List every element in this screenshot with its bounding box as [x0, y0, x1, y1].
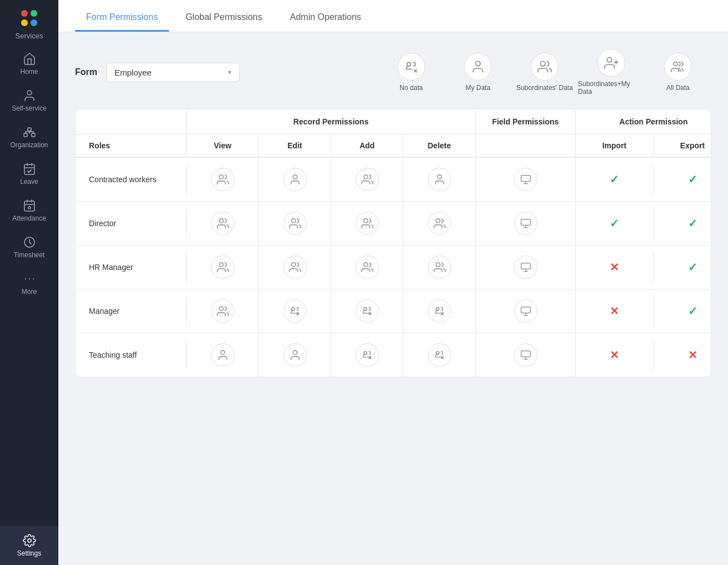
- monitor-icon-circle: [514, 168, 537, 191]
- monitor-icon: [520, 306, 531, 317]
- multi-person-icon: [361, 217, 373, 229]
- cross-icon: ✕: [610, 261, 619, 274]
- sidebar-brand-label: Services: [16, 32, 43, 40]
- import-cell[interactable]: ✓: [576, 163, 654, 196]
- table-row: Teaching staff: [76, 333, 711, 377]
- field-cell[interactable]: [476, 202, 576, 245]
- multi-person-icon: [217, 305, 229, 317]
- multi-person-icon-circle: [428, 212, 451, 235]
- tab-form-permissions[interactable]: Form Permissions: [75, 0, 169, 32]
- logo-dots: [21, 10, 38, 26]
- add-cell[interactable]: [331, 333, 403, 377]
- svg-point-38: [436, 263, 440, 267]
- svg-point-55: [221, 351, 225, 354]
- view-cell[interactable]: [187, 333, 259, 377]
- view-cell[interactable]: [187, 158, 259, 201]
- role-name-cell: HR Manager: [76, 253, 187, 282]
- delete-cell[interactable]: [403, 333, 476, 377]
- svg-rect-32: [521, 219, 530, 226]
- export-cell[interactable]: ✓: [654, 207, 711, 240]
- svg-rect-5: [24, 201, 34, 211]
- svg-rect-1: [24, 133, 27, 137]
- delete-cell[interactable]: [403, 246, 476, 289]
- import-cell[interactable]: ✓: [576, 207, 654, 240]
- add-cell[interactable]: [331, 246, 403, 289]
- svg-point-8: [25, 278, 26, 279]
- sidebar-item-more[interactable]: More: [0, 266, 58, 302]
- view-cell[interactable]: [187, 246, 259, 289]
- delete-cell[interactable]: [403, 289, 476, 333]
- monitor-icon-circle: [514, 343, 537, 367]
- svg-rect-63: [521, 351, 530, 357]
- data-scope-row: No data My Data: [378, 49, 711, 96]
- single-person-icon-circle: [283, 343, 307, 367]
- edit-cell[interactable]: [259, 158, 331, 201]
- settings-label: Settings: [17, 549, 41, 557]
- svg-rect-3: [32, 133, 35, 137]
- sidebar-item-timesheet[interactable]: Timesheet: [0, 229, 58, 266]
- person-single-icon: [471, 59, 485, 74]
- svg-point-35: [219, 263, 223, 267]
- export-cell[interactable]: ✓: [654, 163, 711, 196]
- tab-global-permissions[interactable]: Global Permissions: [174, 0, 273, 32]
- sidebar-item-settings[interactable]: Settings: [0, 526, 58, 565]
- export-cell[interactable]: ✓: [654, 294, 711, 328]
- export-cell[interactable]: ✕: [654, 338, 711, 372]
- delete-cell[interactable]: [403, 158, 476, 201]
- check-icon: ✓: [688, 217, 697, 230]
- edit-cell[interactable]: [259, 333, 331, 377]
- add-cell[interactable]: [331, 289, 403, 333]
- scope-no-data-label: No data: [400, 84, 423, 92]
- export-cell[interactable]: ✓: [654, 251, 711, 284]
- edit-cell[interactable]: [259, 202, 331, 245]
- sub-header-import: Import: [576, 134, 654, 157]
- sidebar-item-leave[interactable]: Leave: [0, 156, 58, 192]
- dot-green: [31, 10, 37, 17]
- scope-subordinates-label: Subordinates' Data: [516, 84, 573, 92]
- multi-person-icon-circle: [211, 299, 235, 323]
- import-cell[interactable]: ✕: [576, 294, 654, 328]
- field-cell[interactable]: [476, 158, 576, 201]
- add-cell[interactable]: [331, 202, 403, 245]
- check-icon: ✓: [610, 173, 619, 186]
- role-name-cell: Contracted workers: [76, 165, 187, 194]
- edit-cell[interactable]: [259, 289, 331, 333]
- sub-header-add: Add: [331, 134, 403, 157]
- sub-header-edit: Edit: [259, 134, 331, 157]
- svg-point-57: [363, 352, 367, 355]
- import-cell[interactable]: ✕: [576, 251, 654, 284]
- multi-person-icon-circle: [356, 256, 379, 279]
- field-cell[interactable]: [476, 333, 576, 377]
- field-cell[interactable]: [476, 289, 576, 333]
- person-x-icon: [404, 59, 418, 74]
- monitor-icon-circle: [514, 256, 537, 279]
- scope-no-data: No data: [378, 53, 445, 92]
- field-cell[interactable]: [476, 246, 576, 289]
- svg-point-28: [219, 219, 223, 223]
- multi-person-icon-circle: [211, 256, 235, 279]
- single-x-icon-circle: [283, 299, 307, 323]
- sidebar-item-label: Organization: [10, 141, 48, 149]
- sidebar-item-home[interactable]: Home: [0, 46, 58, 82]
- multi-person-icon: [433, 261, 446, 273]
- all-data-icon-circle: [664, 53, 692, 81]
- sidebar-item-attendance[interactable]: Attendance: [0, 192, 58, 229]
- scope-my-data-label: My Data: [466, 84, 491, 92]
- form-select-dropdown[interactable]: Employee ▾: [106, 63, 240, 82]
- view-cell[interactable]: [187, 202, 259, 245]
- cross-icon: ✕: [610, 304, 619, 318]
- svg-point-15: [476, 61, 481, 66]
- tab-admin-operations[interactable]: Admin Operations: [279, 0, 372, 32]
- view-cell[interactable]: [187, 289, 259, 333]
- multi-person-icon-circle: [283, 256, 307, 279]
- sidebar-item-organization[interactable]: Organization: [0, 119, 58, 156]
- single-x-icon-circle: [428, 343, 451, 367]
- svg-point-23: [363, 175, 367, 179]
- sidebar-item-label: More: [22, 288, 37, 296]
- edit-cell[interactable]: [259, 246, 331, 289]
- add-cell[interactable]: [331, 158, 403, 201]
- chevron-down-icon: ▾: [228, 68, 231, 76]
- delete-cell[interactable]: [403, 202, 476, 245]
- sidebar-item-selfservice[interactable]: Self-service: [0, 82, 58, 119]
- import-cell[interactable]: ✕: [576, 338, 654, 372]
